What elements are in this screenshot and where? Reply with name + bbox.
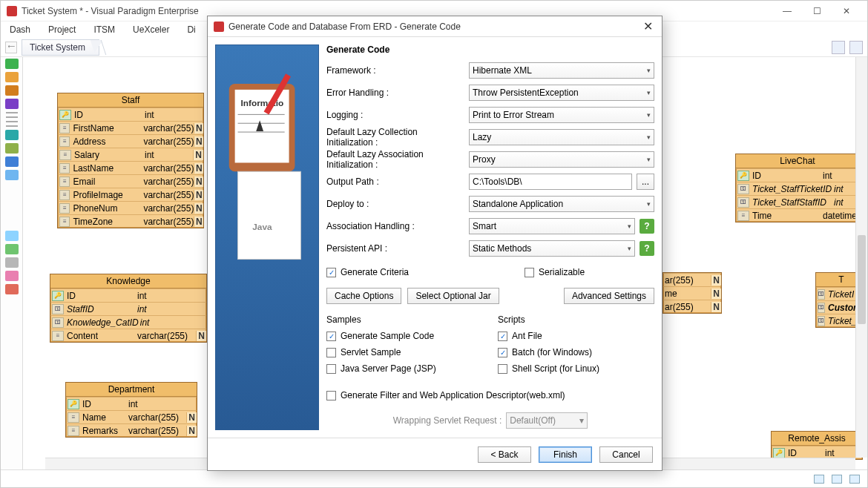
palette-box-icon[interactable] <box>5 170 19 180</box>
palette-rel1-icon[interactable] <box>6 116 18 118</box>
table-row[interactable]: meN <box>663 286 721 300</box>
vertical-scrollbar[interactable] <box>855 57 867 458</box>
output-path-input[interactable]: C:\Tools\DB\ <box>469 174 632 190</box>
status-bell-icon[interactable] <box>849 475 860 484</box>
palette-doc-icon[interactable] <box>5 156 19 167</box>
deploy-select[interactable]: Standalone Application▾ <box>469 196 654 212</box>
table-row[interactable]: ≡SalaryintN <box>58 148 203 161</box>
generate-sample-checkbox[interactable]: ✓ <box>326 332 336 341</box>
filter-checkbox[interactable] <box>326 391 336 400</box>
filter-label: Generate Filter and Web Application Desc… <box>341 390 565 400</box>
entity-livechat[interactable]: LiveChat 🔑IDint ⚿Ticket_StaffTicketIDint… <box>735 154 860 222</box>
association-help-icon[interactable]: ? <box>640 219 654 234</box>
table-row[interactable]: ≡Addressvarchar(255)N <box>58 134 203 148</box>
persistent-api-select[interactable]: Static Methods▾ <box>469 240 635 257</box>
cache-options-button[interactable]: Cache Options <box>326 288 401 304</box>
table-row[interactable]: ar(255)N <box>663 273 721 286</box>
menu-project[interactable]: Project <box>48 24 76 35</box>
generate-criteria-checkbox[interactable]: ✓ <box>326 268 336 277</box>
ant-checkbox[interactable]: ✓ <box>498 332 507 341</box>
table-row[interactable]: ≡Namevarchar(255)N <box>66 410 197 423</box>
palette-pink-icon[interactable] <box>5 271 19 281</box>
entity-department[interactable]: Department 🔑IDint ≡Namevarchar(255)N ≡Re… <box>65 382 197 438</box>
panel-icon[interactable] <box>849 41 863 54</box>
table-row[interactable]: ar(255)N <box>663 300 721 313</box>
layout-icon[interactable] <box>832 41 845 54</box>
palette-red-icon[interactable] <box>5 284 19 294</box>
nav-back-icon[interactable]: ⭠ <box>5 42 17 53</box>
statusbar <box>1 469 867 487</box>
palette-table-icon[interactable] <box>5 85 19 96</box>
menu-di[interactable]: Di <box>187 24 195 35</box>
palette-rel3-icon[interactable] <box>6 125 18 127</box>
palette-grid-icon[interactable] <box>5 143 19 154</box>
palette-play-icon[interactable] <box>5 59 19 69</box>
lazy-association-select[interactable]: Proxy▾ <box>469 151 654 168</box>
table-row[interactable]: ⚿StaffIDint <box>50 302 206 315</box>
serializable-checkbox[interactable] <box>525 268 534 277</box>
finish-button[interactable]: Finish <box>539 446 592 463</box>
close-button[interactable]: ✕ <box>832 1 861 22</box>
menu-itsm[interactable]: ITSM <box>93 24 115 35</box>
entity-partial[interactable]: ar(255)N meN ar(255)N <box>662 272 722 314</box>
minimize-button[interactable]: — <box>772 1 802 22</box>
association-label: Association Handling : <box>326 221 464 231</box>
entity-remote[interactable]: Remote_Assis 🔑IDint <box>771 431 863 460</box>
select-jar-button[interactable]: Select Optional Jar <box>407 288 499 304</box>
lazy-collection-select[interactable]: Lazy▾ <box>469 129 654 145</box>
browse-button[interactable]: ... <box>637 174 654 190</box>
entity-header: Remote_Assis <box>772 432 862 446</box>
maximize-button[interactable]: ☐ <box>802 1 832 22</box>
logging-select[interactable]: Print to Error Stream▾ <box>469 107 654 123</box>
table-row[interactable]: ≡Timedatetime <box>736 208 859 222</box>
palette-camera-icon[interactable] <box>5 257 19 268</box>
entity-staff[interactable]: Staff 🔑IDint ≡FirstNamevarchar(255)N ≡Ad… <box>57 93 204 228</box>
serializable-label: Serializable <box>539 267 585 277</box>
table-row[interactable]: ≡Emailvarchar(255)N <box>58 174 203 188</box>
error-handling-select[interactable]: Throw PersistentException▾ <box>469 85 654 101</box>
table-row[interactable]: 🔑IDint <box>66 397 197 410</box>
table-row[interactable]: ≡LastNamevarchar(255)N <box>58 161 203 174</box>
table-row[interactable]: ≡ProfileImagevarchar(255)N <box>58 188 203 201</box>
entity-knowledge[interactable]: Knowledge 🔑IDint ⚿StaffIDint ⚿Knowledge_… <box>50 274 207 343</box>
framework-select[interactable]: Hibernate XML▾ <box>469 62 654 79</box>
persistent-help-icon[interactable]: ? <box>640 241 654 256</box>
advanced-settings-button[interactable]: Advanced Settings <box>564 288 654 304</box>
table-row[interactable]: 🔑IDint <box>736 168 859 182</box>
deploy-label: Deploy to : <box>326 199 464 209</box>
shell-checkbox[interactable] <box>498 364 507 374</box>
palette-note-icon[interactable] <box>5 130 19 140</box>
table-row[interactable]: ⚿Ticket_StaffTicketIDint <box>736 182 859 195</box>
table-row[interactable]: ≡Remarksvarchar(255)N <box>66 423 197 437</box>
generate-code-dialog: Generate Code and Database From ERD - Ge… <box>207 16 662 471</box>
menu-dash[interactable]: Dash <box>10 24 30 35</box>
jsp-checkbox[interactable] <box>326 364 336 374</box>
cancel-button[interactable]: Cancel <box>599 446 653 463</box>
scrollbar-thumb[interactable] <box>858 235 866 324</box>
table-row[interactable]: 🔑IDint <box>58 108 203 121</box>
palette-view-icon[interactable] <box>5 99 19 109</box>
association-select[interactable]: Smart▾ <box>469 218 635 234</box>
menu-uexceler[interactable]: UeXceler <box>133 24 169 35</box>
batch-checkbox[interactable]: ✓ <box>498 348 507 357</box>
palette-image-icon[interactable] <box>5 244 19 254</box>
status-chat-icon[interactable] <box>832 475 842 484</box>
table-row[interactable]: 🔑IDint <box>50 288 206 302</box>
table-row[interactable]: ≡PhoneNumvarchar(255)N <box>58 201 203 214</box>
back-button[interactable]: < Back <box>478 446 531 463</box>
breadcrumb-item[interactable]: Ticket System <box>22 39 99 56</box>
table-row[interactable]: ⚿Knowledge_CatIDint <box>50 315 206 329</box>
dialog-body: Informatio Java Generate Code Framework … <box>208 37 662 438</box>
dialog-heading: Generate Code <box>326 44 654 55</box>
palette-entity-icon[interactable] <box>5 72 19 82</box>
table-row[interactable]: ≡TimeZonevarchar(255)N <box>58 214 203 228</box>
table-row[interactable]: ≡Contentvarchar(255)N <box>50 329 206 342</box>
palette-rel2-icon[interactable] <box>6 121 18 122</box>
status-mail-icon[interactable] <box>814 475 824 484</box>
palette-sky-icon[interactable] <box>5 231 19 241</box>
servlet-sample-checkbox[interactable] <box>326 348 336 357</box>
wrapping-select: Default(Off)▾ <box>506 412 588 429</box>
dialog-close-button[interactable]: ✕ <box>640 19 656 33</box>
table-row[interactable]: ≡FirstNamevarchar(255)N <box>58 121 203 134</box>
table-row[interactable]: ⚿Ticket_StaffStaffIDint <box>736 195 859 208</box>
